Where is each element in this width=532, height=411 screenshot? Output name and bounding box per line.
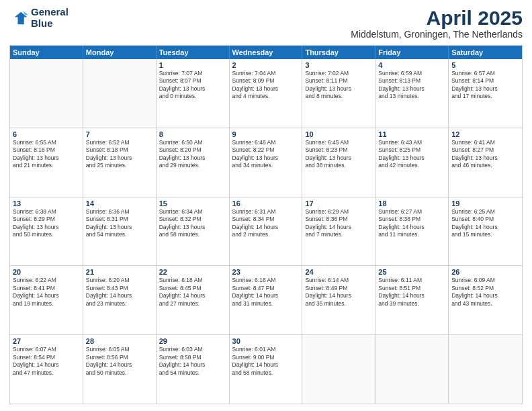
calendar-cell: 14Sunrise: 6:36 AM Sunset: 8:31 PM Dayli…	[83, 197, 157, 266]
cell-text: Sunrise: 6:31 AM Sunset: 8:34 PM Dayligh…	[232, 208, 300, 239]
calendar-cell: 21Sunrise: 6:20 AM Sunset: 8:43 PM Dayli…	[83, 266, 157, 334]
calendar-body: 1Sunrise: 7:07 AM Sunset: 8:07 PM Daylig…	[10, 59, 522, 404]
cell-text: Sunrise: 6:16 AM Sunset: 8:47 PM Dayligh…	[232, 277, 300, 308]
logo-line1: General	[31, 7, 69, 18]
day-number: 9	[232, 130, 300, 138]
calendar-cell: 29Sunrise: 6:03 AM Sunset: 8:58 PM Dayli…	[157, 335, 230, 404]
day-number: 1	[159, 61, 226, 69]
cell-text: Sunrise: 6:29 AM Sunset: 8:36 PM Dayligh…	[305, 208, 372, 239]
calendar-cell	[375, 335, 449, 404]
day-number: 10	[305, 130, 372, 138]
calendar-cell: 11Sunrise: 6:43 AM Sunset: 8:25 PM Dayli…	[375, 128, 449, 197]
day-number: 5	[451, 61, 519, 69]
day-number: 19	[451, 199, 519, 208]
calendar-cell	[83, 59, 157, 128]
calendar-cell: 1Sunrise: 7:07 AM Sunset: 8:07 PM Daylig…	[157, 59, 230, 128]
cell-text: Sunrise: 6:57 AM Sunset: 8:14 PM Dayligh…	[451, 70, 519, 101]
header-cell-tuesday: Tuesday	[157, 46, 230, 59]
calendar-cell: 3Sunrise: 7:02 AM Sunset: 8:11 PM Daylig…	[302, 59, 375, 128]
logo: General Blue	[9, 7, 69, 29]
calendar-cell: 27Sunrise: 6:07 AM Sunset: 8:54 PM Dayli…	[10, 335, 83, 404]
day-number: 4	[378, 61, 445, 69]
calendar-cell: 8Sunrise: 6:50 AM Sunset: 8:20 PM Daylig…	[157, 128, 230, 197]
calendar-row-0: 1Sunrise: 7:07 AM Sunset: 8:07 PM Daylig…	[10, 59, 522, 128]
calendar: SundayMondayTuesdayWednesdayThursdayFrid…	[9, 45, 523, 404]
calendar-cell: 22Sunrise: 6:18 AM Sunset: 8:45 PM Dayli…	[157, 266, 230, 334]
subtitle: Middelstum, Groningen, The Netherlands	[351, 29, 523, 40]
day-number: 18	[378, 199, 445, 208]
calendar-cell: 5Sunrise: 6:57 AM Sunset: 8:14 PM Daylig…	[449, 59, 522, 128]
day-number: 6	[13, 130, 80, 138]
calendar-cell: 4Sunrise: 6:59 AM Sunset: 8:13 PM Daylig…	[375, 59, 449, 128]
cell-text: Sunrise: 6:07 AM Sunset: 8:54 PM Dayligh…	[13, 346, 80, 377]
calendar-row-1: 6Sunrise: 6:55 AM Sunset: 8:16 PM Daylig…	[10, 128, 522, 197]
day-number: 13	[13, 199, 80, 208]
cell-text: Sunrise: 6:59 AM Sunset: 8:13 PM Dayligh…	[378, 70, 445, 101]
calendar-cell: 28Sunrise: 6:05 AM Sunset: 8:56 PM Dayli…	[83, 335, 157, 404]
cell-text: Sunrise: 6:41 AM Sunset: 8:27 PM Dayligh…	[451, 139, 519, 170]
calendar-cell: 23Sunrise: 6:16 AM Sunset: 8:47 PM Dayli…	[230, 266, 303, 334]
calendar-cell: 19Sunrise: 6:25 AM Sunset: 8:40 PM Dayli…	[449, 197, 522, 266]
day-number: 17	[305, 199, 372, 208]
logo-icon	[9, 9, 28, 28]
calendar-cell: 26Sunrise: 6:09 AM Sunset: 8:52 PM Dayli…	[449, 266, 522, 334]
cell-text: Sunrise: 7:02 AM Sunset: 8:11 PM Dayligh…	[305, 70, 372, 101]
calendar-cell	[10, 59, 83, 128]
calendar-cell: 24Sunrise: 6:14 AM Sunset: 8:49 PM Dayli…	[302, 266, 375, 334]
day-number: 28	[86, 337, 153, 345]
cell-text: Sunrise: 6:01 AM Sunset: 9:00 PM Dayligh…	[232, 346, 300, 377]
day-number: 23	[232, 268, 300, 276]
header-cell-wednesday: Wednesday	[230, 46, 303, 59]
calendar-cell: 12Sunrise: 6:41 AM Sunset: 8:27 PM Dayli…	[449, 128, 522, 197]
day-number: 29	[159, 337, 226, 345]
cell-text: Sunrise: 6:45 AM Sunset: 8:23 PM Dayligh…	[305, 139, 372, 170]
cell-text: Sunrise: 6:03 AM Sunset: 8:58 PM Dayligh…	[159, 346, 226, 377]
calendar-cell	[449, 335, 522, 404]
cell-text: Sunrise: 6:43 AM Sunset: 8:25 PM Dayligh…	[378, 139, 445, 170]
calendar-cell: 13Sunrise: 6:38 AM Sunset: 8:29 PM Dayli…	[10, 197, 83, 266]
cell-text: Sunrise: 6:11 AM Sunset: 8:51 PM Dayligh…	[378, 277, 445, 308]
calendar-row-2: 13Sunrise: 6:38 AM Sunset: 8:29 PM Dayli…	[10, 197, 522, 267]
day-number: 2	[232, 61, 300, 69]
calendar-header: SundayMondayTuesdayWednesdayThursdayFrid…	[10, 46, 522, 59]
day-number: 11	[378, 130, 445, 138]
cell-text: Sunrise: 6:34 AM Sunset: 8:32 PM Dayligh…	[159, 208, 226, 239]
header-cell-friday: Friday	[375, 46, 449, 59]
calendar-cell: 30Sunrise: 6:01 AM Sunset: 9:00 PM Dayli…	[230, 335, 303, 404]
cell-text: Sunrise: 6:36 AM Sunset: 8:31 PM Dayligh…	[86, 208, 153, 239]
cell-text: Sunrise: 6:18 AM Sunset: 8:45 PM Dayligh…	[159, 277, 226, 308]
cell-text: Sunrise: 7:04 AM Sunset: 8:09 PM Dayligh…	[232, 70, 300, 101]
cell-text: Sunrise: 6:22 AM Sunset: 8:41 PM Dayligh…	[13, 277, 80, 308]
page-header: General Blue April 2025 Middelstum, Gron…	[9, 7, 523, 40]
calendar-row-3: 20Sunrise: 6:22 AM Sunset: 8:41 PM Dayli…	[10, 266, 522, 335]
title-block: April 2025 Middelstum, Groningen, The Ne…	[351, 7, 523, 40]
day-number: 21	[86, 268, 153, 276]
logo-line2: Blue	[31, 18, 69, 30]
cell-text: Sunrise: 6:52 AM Sunset: 8:18 PM Dayligh…	[86, 139, 153, 170]
header-cell-saturday: Saturday	[449, 46, 522, 59]
cell-text: Sunrise: 6:55 AM Sunset: 8:16 PM Dayligh…	[13, 139, 80, 170]
calendar-cell: 6Sunrise: 6:55 AM Sunset: 8:16 PM Daylig…	[10, 128, 83, 197]
cell-text: Sunrise: 6:48 AM Sunset: 8:22 PM Dayligh…	[232, 139, 300, 170]
day-number: 7	[86, 130, 153, 138]
day-number: 3	[305, 61, 372, 69]
main-title: April 2025	[351, 7, 523, 29]
calendar-cell: 9Sunrise: 6:48 AM Sunset: 8:22 PM Daylig…	[230, 128, 303, 197]
day-number: 15	[159, 199, 226, 208]
day-number: 27	[13, 337, 80, 345]
calendar-cell: 18Sunrise: 6:27 AM Sunset: 8:38 PM Dayli…	[375, 197, 449, 266]
day-number: 12	[451, 130, 519, 138]
cell-text: Sunrise: 6:27 AM Sunset: 8:38 PM Dayligh…	[378, 208, 445, 239]
calendar-cell: 15Sunrise: 6:34 AM Sunset: 8:32 PM Dayli…	[157, 197, 230, 266]
cell-text: Sunrise: 6:14 AM Sunset: 8:49 PM Dayligh…	[305, 277, 372, 308]
calendar-cell	[302, 335, 375, 404]
cell-text: Sunrise: 6:50 AM Sunset: 8:20 PM Dayligh…	[159, 139, 226, 170]
header-cell-sunday: Sunday	[10, 46, 83, 59]
calendar-cell: 16Sunrise: 6:31 AM Sunset: 8:34 PM Dayli…	[230, 197, 303, 266]
cell-text: Sunrise: 6:20 AM Sunset: 8:43 PM Dayligh…	[86, 277, 153, 308]
day-number: 25	[378, 268, 445, 276]
day-number: 20	[13, 268, 80, 276]
calendar-cell: 7Sunrise: 6:52 AM Sunset: 8:18 PM Daylig…	[83, 128, 157, 197]
cell-text: Sunrise: 6:09 AM Sunset: 8:52 PM Dayligh…	[451, 277, 519, 308]
calendar-row-4: 27Sunrise: 6:07 AM Sunset: 8:54 PM Dayli…	[10, 335, 522, 404]
